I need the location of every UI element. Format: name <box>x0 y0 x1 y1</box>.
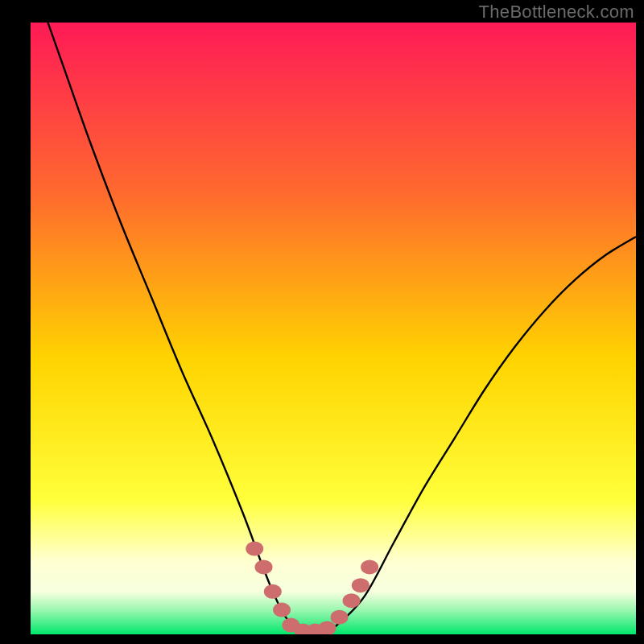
bottleneck-chart <box>0 0 644 644</box>
watermark-label: TheBottleneck.com <box>479 2 634 23</box>
marker-dot <box>352 578 369 592</box>
marker-dot <box>318 621 336 635</box>
marker-dot <box>255 559 273 574</box>
marker-dot <box>343 593 361 608</box>
gradient-background <box>31 23 636 634</box>
marker-dot <box>331 610 349 625</box>
chart-stage: TheBottleneck.com <box>0 0 644 644</box>
marker-dot <box>246 542 263 556</box>
marker-dot <box>273 603 291 617</box>
marker-dot <box>361 559 378 574</box>
marker-dot <box>264 584 282 599</box>
